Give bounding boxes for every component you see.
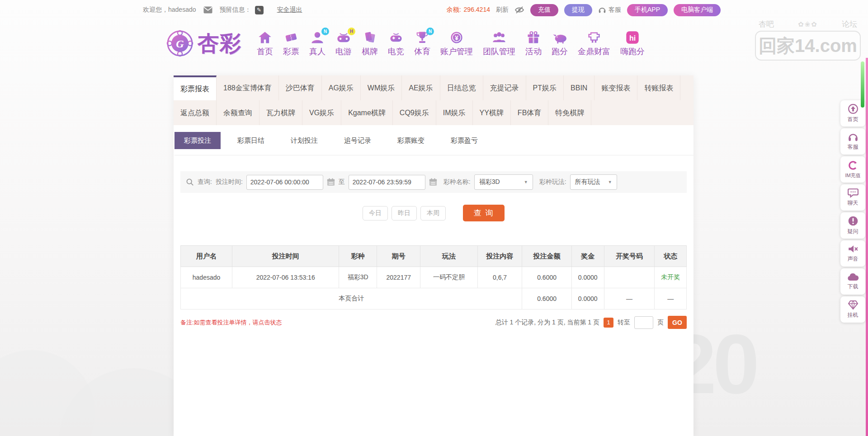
new-badge: N — [426, 28, 434, 35]
lottery-name-value: 福彩3D — [479, 178, 500, 186]
search-button[interactable]: 查 询 — [463, 205, 505, 221]
col-draw-number: 开奖号码 — [604, 246, 655, 267]
tab-saba-sports[interactable]: 沙巴体育 — [279, 75, 322, 100]
side-item-im-recharge[interactable]: IM充值 — [840, 156, 865, 183]
subtab-lottery-account-change[interactable]: 彩票账变 — [388, 132, 434, 149]
pagination: 总计 1 个记录, 分为 1 页, 当前第 1 页 1 转至 页 GO — [495, 316, 687, 329]
topbar-left: 欢迎您，hadesado 预留信息： ✎ 安全退出 — [143, 0, 302, 20]
calendar-icon[interactable] — [429, 178, 437, 186]
subtab-lottery-profit-loss[interactable]: 彩票盈亏 — [441, 132, 487, 149]
time-to-input[interactable] — [349, 175, 425, 190]
nav-item-home[interactable]: 首页 — [252, 30, 278, 57]
tab-fb-sports[interactable]: FB体育 — [511, 100, 548, 125]
mute-icon — [848, 244, 859, 254]
play-type-select[interactable]: 所有玩法 ▼ — [570, 174, 617, 190]
tab-daily-summary[interactable]: 日结总览 — [440, 75, 483, 100]
cell-status[interactable]: 未开奖 — [655, 267, 687, 288]
tab-transfer-report[interactable]: 转账报表 — [637, 75, 680, 100]
side-item-question[interactable]: 疑问 — [840, 212, 865, 239]
go-button[interactable]: GO — [668, 316, 687, 329]
nav-item-sports[interactable]: N 体育 — [409, 30, 435, 57]
flourish-ornament-icon: ✿❀✿ — [798, 20, 818, 28]
tab-kgame[interactable]: Kgame棋牌 — [341, 100, 393, 125]
side-item-chat[interactable]: 聊天 — [840, 184, 865, 211]
tab-cq9[interactable]: CQ9娱乐 — [393, 100, 436, 125]
nav-item-team[interactable]: 团队管理 — [478, 30, 520, 57]
cell-lottery: 福彩3D — [339, 267, 377, 288]
nav-item-esports[interactable]: 电竞 — [383, 30, 409, 57]
side-item-service[interactable]: 客服 — [840, 128, 865, 155]
svg-text:G: G — [176, 38, 184, 50]
goto-page-input[interactable] — [634, 316, 653, 329]
col-prize: 奖金 — [571, 246, 604, 267]
today-button[interactable]: 今日 — [363, 206, 388, 220]
ding-icon — [587, 30, 601, 45]
tab-vg[interactable]: VG娱乐 — [302, 100, 341, 125]
tab-ae[interactable]: AE娱乐 — [402, 75, 440, 100]
mobile-app-button[interactable]: 手机APP — [627, 4, 668, 16]
pc-client-button[interactable]: 电脑客户端 — [674, 4, 721, 16]
this-week-button[interactable]: 本周 — [420, 206, 446, 220]
mail-icon[interactable] — [203, 6, 212, 14]
headset-icon — [848, 132, 859, 142]
subtab-chase-records[interactable]: 追号记录 — [335, 132, 381, 149]
tab-account-change-report[interactable]: 账变报表 — [594, 75, 637, 100]
tab-balance-query[interactable]: 余额查询 — [217, 100, 259, 125]
im-recharge-icon — [848, 160, 859, 171]
nav-item-live[interactable]: N 真人 — [304, 30, 330, 57]
quick-filter-row: 今日 昨日 本周 查 询 — [174, 205, 693, 221]
top-icon — [848, 103, 859, 114]
side-item-sound[interactable]: 声音 — [840, 240, 865, 267]
edit-icon[interactable]: ✎ — [255, 6, 264, 14]
play-type-value: 所有玩法 — [575, 178, 600, 186]
side-item-download[interactable]: 下载 — [840, 268, 865, 295]
tab-rebate-total[interactable]: 返点总额 — [174, 100, 217, 125]
logout-link[interactable]: 安全退出 — [277, 6, 302, 14]
cell-prize: 0.0000 — [571, 267, 604, 288]
tab-bbin[interactable]: BBIN — [564, 75, 594, 100]
time-from-input[interactable] — [246, 175, 323, 190]
subtab-plan-bets[interactable]: 计划投注 — [281, 132, 327, 149]
col-bet-content: 投注内容 — [477, 246, 522, 267]
forum-watermark: 杏吧 ✿❀✿ 论坛 回家14.com — [755, 19, 861, 61]
lottery-name-select[interactable]: 福彩3D ▼ — [474, 174, 533, 190]
lottery-subtabs: 彩票投注 彩票日结 计划投注 追号记录 彩票账变 彩票盈亏 — [175, 132, 693, 155]
nav-item-paofen[interactable]: 跑分 — [547, 30, 573, 57]
subtab-lottery-bets[interactable]: 彩票投注 — [175, 132, 221, 149]
customer-service-link[interactable]: 客服 — [598, 6, 621, 14]
tab-188-sports[interactable]: 188金宝博体育 — [217, 75, 279, 100]
nav-item-hi-paofen[interactable]: hi 嗨跑分 — [615, 30, 650, 57]
tab-lottery-report[interactable]: 彩票报表 — [174, 75, 217, 100]
tab-temian-boardgames[interactable]: 特免棋牌 — [548, 100, 591, 125]
side-item-autoplay[interactable]: 挂机 — [840, 296, 865, 323]
tab-pt[interactable]: PT娱乐 — [526, 75, 564, 100]
subtab-lottery-daily[interactable]: 彩票日结 — [228, 132, 274, 149]
eye-off-icon[interactable] — [514, 5, 524, 15]
tab-wali-boardgames[interactable]: 瓦力棋牌 — [259, 100, 302, 125]
tab-ag[interactable]: AG娱乐 — [322, 75, 361, 100]
nav-item-jinding-wealth[interactable]: 金鼎财富 — [573, 30, 615, 57]
nav-item-lottery[interactable]: 彩票 — [278, 30, 304, 57]
nav-item-boardgames[interactable]: 棋牌 — [357, 30, 383, 57]
tab-im[interactable]: IM娱乐 — [436, 100, 473, 125]
nav-item-egames[interactable]: H 电游 — [330, 30, 357, 57]
recharge-button[interactable]: 充值 — [530, 4, 558, 16]
nav-item-promotions[interactable]: 活动 — [520, 30, 547, 57]
calendar-icon[interactable] — [327, 178, 335, 186]
brand-logo[interactable]: G 杏彩 — [166, 29, 242, 58]
current-page-badge[interactable]: 1 — [604, 318, 613, 328]
person-icon: N — [310, 30, 325, 45]
nav-item-account[interactable]: ¥ 账户管理 — [435, 30, 478, 57]
refresh-button[interactable]: 刷新 — [496, 6, 509, 14]
ticket-icon — [284, 30, 298, 45]
scrollbar-thumb[interactable] — [861, 61, 864, 108]
yesterday-button[interactable]: 昨日 — [392, 206, 417, 220]
tab-wm[interactable]: WM娱乐 — [361, 75, 402, 100]
report-tabs-row1: 彩票报表 188金宝博体育 沙巴体育 AG娱乐 WM娱乐 AE娱乐 日结总览 充… — [174, 75, 693, 100]
withdraw-button[interactable]: 提现 — [564, 4, 592, 16]
tab-yy-boardgames[interactable]: YY棋牌 — [473, 100, 511, 125]
total-draw-number: — — [604, 288, 655, 309]
tab-deposit-withdraw-records[interactable]: 充提记录 — [483, 75, 526, 100]
chevron-down-icon: ▼ — [608, 180, 612, 184]
chevron-down-icon: ▼ — [524, 180, 528, 184]
